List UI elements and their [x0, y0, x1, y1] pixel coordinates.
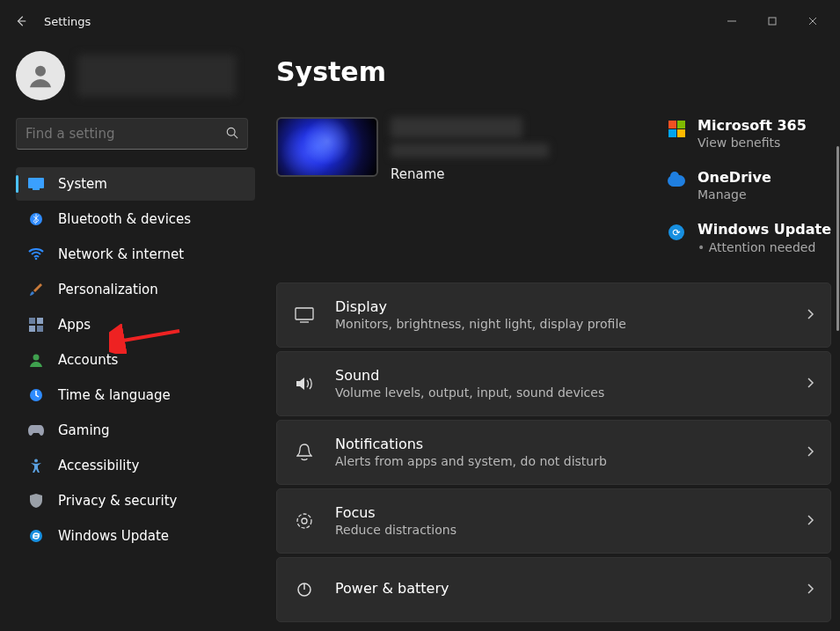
- svg-rect-3: [28, 178, 44, 188]
- card-subtitle: Reduce distractions: [335, 523, 788, 537]
- services-column: Microsoft 365 View benefits OneDrive Man…: [668, 117, 835, 254]
- card-notifications[interactable]: Notifications Alerts from apps and syste…: [276, 420, 831, 485]
- nav-label: Privacy & security: [58, 493, 246, 509]
- card-display[interactable]: Display Monitors, brightness, night ligh…: [276, 282, 831, 348]
- window-title: Settings: [44, 15, 91, 28]
- nav-windows-update[interactable]: Windows Update: [16, 519, 255, 553]
- onedrive-icon: [668, 172, 685, 189]
- device-wallpaper-thumb: [276, 117, 378, 177]
- main-content: System Rename Microsoft 365 View b: [264, 42, 840, 631]
- user-icon: [26, 62, 55, 90]
- svg-point-2: [227, 128, 235, 136]
- svg-point-13: [34, 459, 38, 463]
- scrollbar[interactable]: [836, 146, 839, 331]
- nav-gaming[interactable]: Gaming: [16, 414, 255, 447]
- nav-label: Windows Update: [58, 528, 246, 544]
- service-windows-update[interactable]: ⟳ Windows Update Attention needed: [668, 221, 835, 253]
- service-label: Windows Update: [698, 221, 831, 238]
- card-focus[interactable]: Focus Reduce distractions: [276, 488, 831, 554]
- nav-label: Accessibility: [58, 458, 246, 473]
- svg-rect-15: [296, 308, 313, 319]
- close-button[interactable]: [793, 7, 833, 35]
- service-subtext: Attention needed: [698, 240, 831, 254]
- svg-point-6: [35, 258, 38, 260]
- titlebar: Settings: [0, 0, 840, 42]
- search-icon: [226, 127, 238, 142]
- chevron-right-icon: [807, 308, 814, 322]
- nav-privacy[interactable]: Privacy & security: [16, 484, 255, 517]
- sidebar: System Bluetooth & devices Network & int…: [0, 42, 264, 631]
- svg-rect-10: [37, 326, 43, 332]
- card-power-battery[interactable]: Power & battery: [276, 557, 831, 622]
- service-label: OneDrive: [698, 169, 771, 186]
- gamepad-icon: [28, 422, 44, 438]
- card-title: Sound: [335, 367, 788, 384]
- accessibility-icon: [28, 458, 44, 473]
- nav-label: Personalization: [58, 282, 246, 297]
- nav-bluetooth[interactable]: Bluetooth & devices: [16, 202, 255, 236]
- chevron-right-icon: [807, 583, 814, 597]
- maximize-button[interactable]: [752, 7, 793, 35]
- nav-accessibility[interactable]: Accessibility: [16, 449, 255, 482]
- display-icon: [293, 307, 316, 323]
- bluetooth-icon: [28, 211, 44, 227]
- nav-label: Apps: [58, 317, 246, 333]
- device-model-redacted: [391, 143, 549, 158]
- svg-rect-0: [769, 18, 776, 25]
- focus-icon: [293, 512, 316, 530]
- back-button[interactable]: [7, 7, 35, 35]
- svg-rect-4: [33, 188, 40, 190]
- service-label: Microsoft 365: [698, 117, 807, 134]
- page-title: System: [276, 56, 840, 87]
- card-subtitle: Alerts from apps and system, do not dist…: [335, 454, 788, 468]
- nav-network[interactable]: Network & internet: [16, 238, 255, 271]
- nav-personalization[interactable]: Personalization: [16, 273, 255, 306]
- svg-rect-7: [29, 318, 35, 324]
- power-icon: [293, 582, 316, 598]
- nav-label: Time & language: [58, 387, 246, 403]
- profile-block[interactable]: [16, 49, 255, 102]
- rename-link[interactable]: Rename: [391, 166, 549, 182]
- nav-label: Bluetooth & devices: [58, 211, 246, 227]
- nav-list: System Bluetooth & devices Network & int…: [16, 167, 255, 553]
- chevron-right-icon: [807, 377, 814, 391]
- shield-icon: [28, 493, 44, 509]
- svg-point-16: [297, 514, 311, 528]
- card-sound[interactable]: Sound Volume levels, output, input, soun…: [276, 351, 831, 416]
- chevron-right-icon: [807, 445, 814, 459]
- search-input[interactable]: [26, 126, 226, 142]
- person-icon: [28, 352, 44, 368]
- nav-apps[interactable]: Apps: [16, 308, 255, 341]
- microsoft-365-icon: [668, 120, 685, 137]
- paintbrush-icon: [28, 282, 44, 297]
- back-arrow-icon: [15, 15, 27, 27]
- avatar: [16, 51, 65, 100]
- nav-accounts[interactable]: Accounts: [16, 343, 255, 377]
- wifi-icon: [28, 246, 44, 262]
- nav-label: Network & internet: [58, 246, 246, 262]
- search-box[interactable]: [16, 118, 248, 150]
- service-onedrive[interactable]: OneDrive Manage: [668, 169, 835, 202]
- update-icon: [28, 528, 44, 544]
- nav-time-language[interactable]: Time & language: [16, 378, 255, 412]
- nav-label: Accounts: [58, 352, 246, 368]
- minimize-button[interactable]: [712, 7, 752, 35]
- profile-name-redacted: [77, 55, 236, 97]
- svg-point-11: [33, 355, 40, 361]
- svg-point-17: [302, 518, 307, 524]
- card-subtitle: Monitors, brightness, night light, displ…: [335, 317, 788, 331]
- bell-icon: [293, 444, 316, 461]
- card-title: Power & battery: [335, 580, 788, 597]
- chevron-right-icon: [807, 514, 814, 528]
- service-microsoft-365[interactable]: Microsoft 365 View benefits: [668, 117, 835, 150]
- system-icon: [28, 176, 44, 192]
- svg-point-1: [35, 66, 46, 77]
- service-subtext: Manage: [698, 187, 771, 202]
- sound-icon: [293, 376, 316, 392]
- nav-system[interactable]: System: [16, 167, 255, 201]
- svg-rect-8: [37, 318, 43, 324]
- windows-update-icon: ⟳: [668, 224, 685, 241]
- device-block[interactable]: Rename: [276, 117, 549, 254]
- card-title: Display: [335, 298, 788, 315]
- svg-rect-9: [29, 326, 35, 332]
